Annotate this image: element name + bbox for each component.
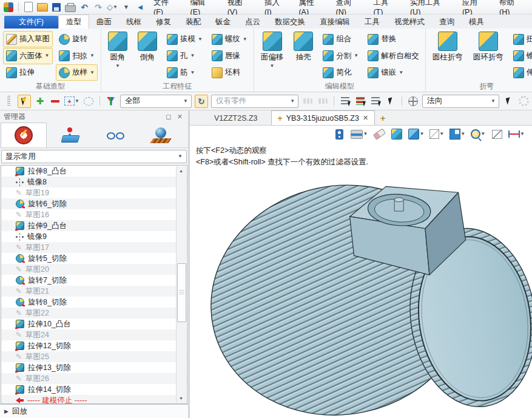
shaded-display-button[interactable] (391, 128, 403, 140)
close-icon[interactable]: ✕ (363, 114, 368, 122)
ribbon-button-组合[interactable]: 组合 (320, 31, 362, 47)
tree-item-2[interactable]: ✎草图19 (1, 187, 187, 198)
menu-item-0[interactable]: 文件(F) (148, 1, 183, 13)
qa-open-file[interactable] (36, 1, 49, 13)
exit-context-button[interactable] (333, 128, 345, 140)
ribbon-button-倒角[interactable]: 倒角 (134, 30, 161, 62)
tree-item-11[interactable]: ✎草图21 (1, 286, 187, 297)
pick-off-2-button[interactable] (317, 95, 329, 107)
model-canvas[interactable]: 按下<F2>动态的观察 <F8>或者<Shift-roll> 查找下一个有效的过… (190, 143, 532, 418)
tree-item-21[interactable]: ----- 建模停止 ----- (1, 395, 187, 404)
viewport-layout-button[interactable]: ▼ (450, 128, 465, 140)
drag-handle-button[interactable] (2, 95, 15, 107)
menu-item-4[interactable]: 属性(A) (293, 1, 328, 13)
qa-redo[interactable]: ↷ (92, 1, 104, 13)
manager-tab-visibility[interactable] (93, 123, 138, 147)
tree-item-9[interactable]: ✎草图20 (1, 264, 187, 275)
remove-from-selection-button[interactable] (49, 95, 61, 107)
scroll-thumb[interactable] (177, 263, 186, 322)
ribbon-tab-4[interactable]: 装配 (178, 16, 208, 29)
sync-pick-button[interactable]: ↻ (195, 95, 208, 108)
tree-item-4[interactable]: ✎草图16 (1, 209, 187, 220)
ribbon-button-抽壳[interactable]: 抽壳 (290, 30, 317, 62)
dimension-display-button[interactable]: ▼ (508, 128, 525, 140)
new-tab-button[interactable]: + (375, 111, 391, 125)
tree-item-20[interactable]: 拉伸14_切除 (1, 384, 187, 395)
tree-item-0[interactable]: 拉伸8_凸台 (1, 166, 187, 177)
expand-triangle-icon[interactable]: ▶ (4, 408, 8, 414)
menu-item-8[interactable]: 应用(P) (457, 1, 492, 13)
tree-item-10[interactable]: 旋转7_切除 (1, 275, 187, 286)
qa-select-target[interactable]: ◇▼ (106, 1, 118, 13)
pick-arrow-button[interactable] (18, 95, 31, 108)
qa-new-file[interactable] (22, 1, 35, 13)
fit-window-button[interactable] (491, 128, 503, 140)
ribbon-button-六面体[interactable]: 六面体▼ (3, 48, 53, 64)
ribbon-button-圆柱折弯[interactable]: 圆柱折弯 (429, 30, 466, 62)
ribbon-button-扭曲[interactable]: 扭曲 (510, 31, 532, 47)
ribbon-tab-3[interactable]: 修复 (149, 16, 178, 29)
menu-item-6[interactable]: 工具(T) (368, 1, 403, 13)
ribbon-button-坯料[interactable]: 坯料 (209, 64, 251, 81)
ribbon-button-插入草图[interactable]: 插入草图 (3, 31, 53, 47)
ribbon-button-拉伸[interactable]: 拉伸 (3, 64, 53, 81)
lasso-pick-button[interactable] (82, 95, 95, 107)
ribbon-tab-1[interactable]: 曲面 (89, 16, 119, 29)
part-filter-dropdown[interactable]: 仅有零件▼ (211, 95, 298, 108)
marquee-pick-button[interactable]: +▼ (64, 95, 79, 107)
tree-item-13[interactable]: ✎草图22 (1, 308, 187, 319)
tree-scrollbar[interactable]: ▲ ▼ (176, 166, 186, 403)
qa-more[interactable]: ▼ (120, 1, 132, 13)
pick-list-colored-button[interactable] (354, 95, 366, 107)
qa-save[interactable] (50, 1, 62, 13)
ribbon-button-唇缘[interactable]: 唇缘 (209, 48, 251, 64)
add-to-selection-button[interactable]: ✚ (34, 95, 46, 107)
ribbon-button-旋转[interactable]: 旋转 (56, 31, 98, 47)
tree-item-15[interactable]: ✎草图24 (1, 329, 187, 340)
tree-item-7[interactable]: ✎草图17 (1, 242, 187, 253)
tree-item-3[interactable]: 旋转6_切除 (1, 198, 187, 209)
tree-item-6[interactable]: 镜像9 (1, 231, 187, 242)
menu-item-1[interactable]: 编辑(E) (185, 1, 220, 13)
ribbon-button-螺纹[interactable]: 螺纹▼ (209, 31, 251, 47)
ribbon-tab-2[interactable]: 线框 (119, 16, 149, 29)
solid-cube-button[interactable]: ▼ (408, 128, 424, 140)
file-menu-button[interactable]: 文件(F) (4, 16, 58, 29)
scroll-down-icon[interactable]: ▼ (177, 394, 186, 403)
orient-mode-dropdown[interactable]: 法向▼ (422, 95, 499, 108)
panel-close-icon[interactable]: ✕ (175, 113, 184, 120)
tree-item-19[interactable]: ✎草图26 (1, 373, 187, 384)
tree-item-5[interactable]: 拉伸9_凸台 (1, 220, 187, 231)
qa-app-logo[interactable] (2, 1, 15, 13)
ribbon-tab-11[interactable]: 查询 (432, 16, 462, 29)
ribbon-button-放样[interactable]: 放样▼ (56, 64, 98, 81)
menu-item-2[interactable]: 视图(V) (222, 1, 257, 13)
tree-filter-dropdown[interactable]: 显示常用 ▼ (1, 150, 187, 163)
tree-item-8[interactable]: 旋转5_切除 (1, 253, 187, 264)
ribbon-button-圆角[interactable]: 圆角▼ (104, 30, 131, 69)
tree-item-12[interactable]: 旋转8_切除 (1, 297, 187, 308)
tree-item-14[interactable]: 拉伸10_凸台 (1, 319, 187, 329)
ribbon-button-筋[interactable]: 筋▼ (164, 64, 206, 81)
tree-item-18[interactable]: 拉伸13_切除 (1, 362, 187, 373)
ribbon-tab-9[interactable]: 工具 (357, 16, 387, 29)
eraser-button[interactable] (373, 128, 385, 140)
ribbon-button-拔模[interactable]: 拔模▼ (164, 31, 206, 47)
ribbon-button-扫掠[interactable]: 扫掠▼ (56, 48, 98, 64)
ribbon-button-伸展[interactable]: 伸展 (510, 64, 532, 81)
replay-section[interactable]: ▶ 回放 (0, 404, 188, 418)
wireframe-cube-button[interactable]: ▼ (429, 128, 444, 140)
manager-tab-history[interactable] (1, 123, 47, 147)
ribbon-button-替换[interactable]: 替换 (365, 31, 422, 47)
ribbon-tab-10[interactable]: 视觉样式 (387, 16, 432, 29)
ribbon-button-镶嵌[interactable]: 镶嵌▼ (365, 64, 422, 81)
qa-collapse[interactable]: ◀ (134, 1, 146, 13)
document-tab-1[interactable]: +YB3-315juzuoSB5.Z3✕ (271, 110, 375, 125)
pick-settings-button[interactable] (517, 95, 530, 107)
tree-item-16[interactable]: 拉伸12_切除 (1, 340, 187, 351)
ribbon-button-解析自相交[interactable]: 解析自相交 (365, 48, 422, 64)
ribbon-tab-12[interactable]: 模具 (462, 16, 491, 29)
scroll-up-icon[interactable]: ▲ (177, 166, 186, 175)
input-device-button[interactable]: ▼ (351, 128, 368, 140)
manager-tab-assembly[interactable] (47, 123, 92, 147)
